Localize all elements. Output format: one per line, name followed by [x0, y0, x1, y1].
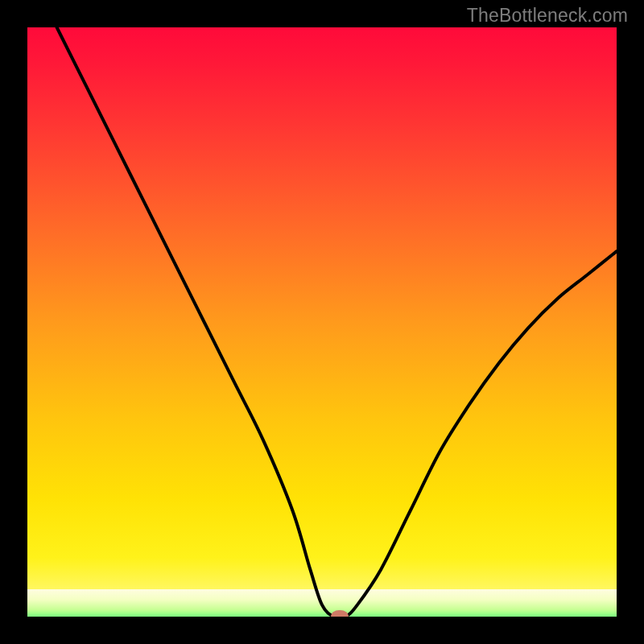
chart-frame: TheBottleneck.com — [0, 0, 644, 644]
frame-border — [0, 617, 644, 644]
bottleneck-curve — [27, 27, 617, 617]
frame-border — [617, 0, 644, 644]
watermark-text: TheBottleneck.com — [467, 5, 628, 27]
frame-border — [0, 0, 27, 644]
